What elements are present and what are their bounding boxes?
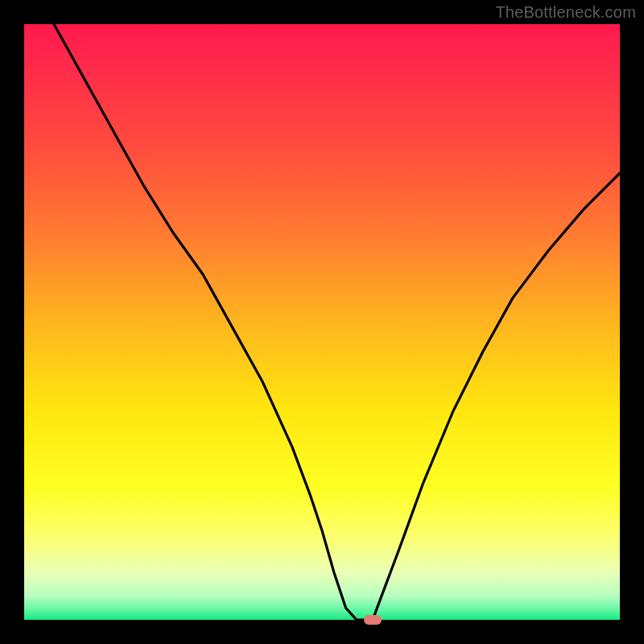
- bottleneck-chart: [0, 0, 644, 644]
- optimum-marker: [364, 615, 382, 625]
- watermark-text: TheBottleneck.com: [495, 3, 636, 22]
